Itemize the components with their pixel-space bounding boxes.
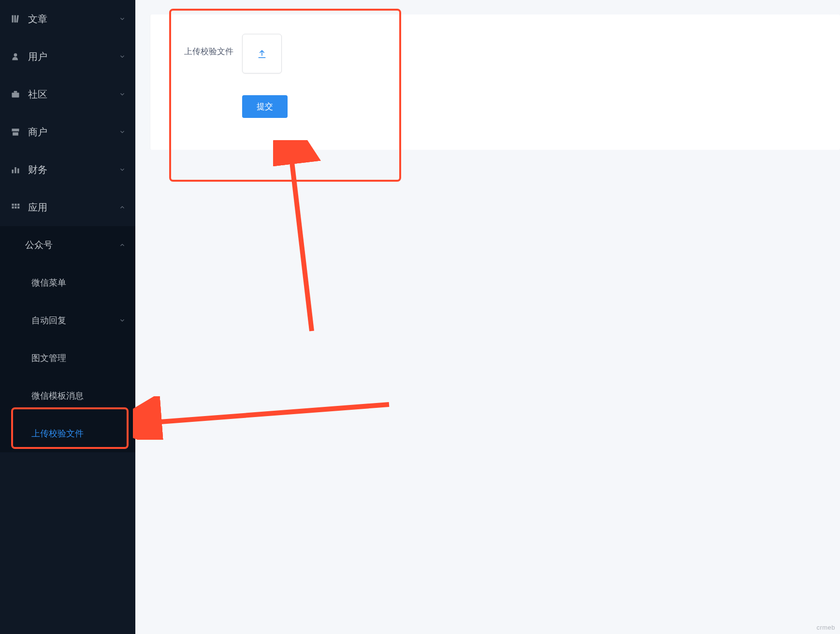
chevron-down-icon [119,317,126,324]
svg-rect-8 [14,167,16,173]
svg-rect-5 [14,91,17,92]
svg-rect-13 [12,206,14,208]
svg-rect-6 [13,132,18,136]
upload-box[interactable] [242,34,282,73]
upload-card: 上传校验文件 提交 [150,14,840,150]
sidebar-item-user[interactable]: 用户 [0,38,135,75]
svg-rect-12 [17,204,19,206]
sidebar-subitem-upload-verify[interactable]: 上传校验文件 [0,415,135,452]
svg-rect-11 [14,204,16,206]
sidebar-subitem-content-mgmt[interactable]: 图文管理 [0,339,135,377]
submit-button[interactable]: 提交 [242,95,288,118]
grid-icon [10,202,21,213]
sidebar: 文章 用户 社区 商户 财务 [0,0,135,634]
chevron-down-icon [119,166,126,173]
svg-rect-0 [12,15,14,23]
upload-icon [257,48,267,59]
book-icon [10,13,21,25]
svg-point-3 [14,53,17,57]
upload-row: 上传校验文件 [170,34,821,73]
svg-rect-1 [14,15,16,23]
svg-rect-7 [12,170,14,173]
sidebar-item-finance[interactable]: 财务 [0,151,135,188]
chart-icon [10,164,21,175]
submit-row: 提交 [242,95,821,118]
chevron-down-icon [119,53,126,60]
sidebar-item-merchant[interactable]: 商户 [0,113,135,151]
sidebar-item-label: 社区 [28,88,47,101]
sidebar-item-label: 应用 [28,201,47,214]
sidebar-subheader-label: 公众号 [25,239,53,251]
chevron-up-icon [119,204,126,211]
sidebar-item-label: 财务 [28,163,47,176]
sidebar-item-label: 用户 [28,50,47,63]
sidebar-item-label: 商户 [28,126,47,139]
svg-rect-15 [17,206,19,208]
sidebar-subitem-label: 自动回复 [31,315,66,326]
sidebar-subitem-auto-reply[interactable]: 自动回复 [0,302,135,339]
sidebar-item-label: 文章 [28,13,47,26]
chevron-down-icon [119,91,126,98]
svg-rect-2 [16,15,18,22]
main-content: 上传校验文件 提交 [135,0,840,634]
chevron-down-icon [119,15,126,22]
sidebar-item-community[interactable]: 社区 [0,75,135,113]
chevron-up-icon [119,242,126,248]
user-icon [10,51,21,62]
svg-rect-4 [12,93,19,98]
svg-rect-9 [17,169,19,173]
sidebar-subsection: 公众号 微信菜单 自动回复 图文管理 微信模板消息 上传校验文件 [0,226,135,452]
svg-rect-14 [14,206,16,208]
upload-label: 上传校验文件 [170,34,242,57]
sidebar-subitem-label: 微信菜单 [31,277,66,288]
sidebar-subitem-label: 微信模板消息 [31,390,84,402]
chevron-down-icon [119,129,126,135]
sidebar-item-app[interactable]: 应用 [0,188,135,226]
sidebar-subitem-label: 上传校验文件 [31,428,84,439]
briefcase-icon [10,88,21,100]
watermark: crmeb [816,624,835,631]
sidebar-item-article[interactable]: 文章 [0,0,135,38]
sidebar-subitem-wechat-menu[interactable]: 微信菜单 [0,264,135,302]
sidebar-subitem-label: 图文管理 [31,352,66,364]
sidebar-subheader-wechat[interactable]: 公众号 [0,226,135,264]
sidebar-subitem-template-msg[interactable]: 微信模板消息 [0,377,135,415]
store-icon [10,126,21,138]
svg-rect-10 [12,204,14,206]
